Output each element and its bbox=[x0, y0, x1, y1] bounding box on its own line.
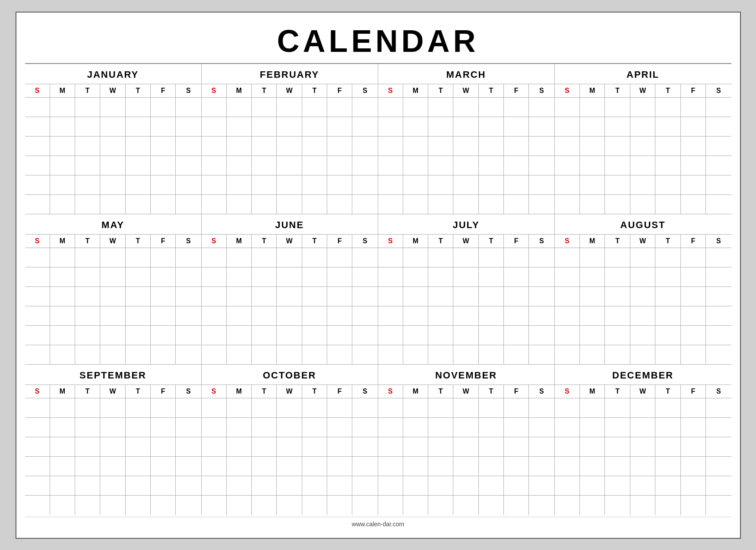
day-cell bbox=[605, 418, 630, 437]
day-header: M bbox=[227, 385, 252, 398]
day-cell bbox=[706, 248, 731, 267]
day-header: F bbox=[681, 235, 706, 248]
week-row bbox=[202, 326, 378, 345]
month-block: AUGUSTSMTWTFS bbox=[555, 214, 731, 365]
day-header: T bbox=[252, 84, 277, 97]
day-headers-row: SMTWTFS bbox=[555, 84, 731, 98]
day-cell bbox=[252, 306, 277, 325]
day-header: S bbox=[378, 84, 403, 97]
day-header: T bbox=[479, 84, 504, 97]
week-row bbox=[378, 98, 554, 117]
day-cell bbox=[479, 175, 504, 194]
week-row bbox=[25, 476, 201, 496]
day-cell bbox=[176, 137, 201, 156]
day-cell bbox=[655, 248, 680, 267]
day-header: F bbox=[504, 235, 529, 248]
day-header: W bbox=[277, 235, 302, 248]
day-header: T bbox=[75, 235, 100, 248]
day-cell bbox=[302, 345, 327, 364]
day-cell bbox=[378, 476, 403, 495]
day-header: F bbox=[327, 84, 352, 97]
day-cell bbox=[126, 195, 151, 214]
title-section: CALENDAR bbox=[25, 17, 731, 64]
day-cell bbox=[428, 345, 453, 364]
day-cell bbox=[202, 418, 227, 437]
day-cell bbox=[50, 418, 75, 437]
month-block: NOVEMBERSMTWTFS bbox=[378, 365, 555, 515]
day-cell bbox=[555, 418, 580, 437]
day-cell bbox=[706, 418, 731, 437]
day-cell bbox=[302, 267, 327, 286]
day-cell bbox=[504, 156, 529, 175]
day-cell bbox=[25, 326, 50, 345]
day-cell bbox=[479, 437, 504, 456]
day-cell bbox=[25, 156, 50, 175]
day-cell bbox=[655, 117, 680, 136]
day-cell bbox=[580, 137, 605, 156]
week-row bbox=[378, 287, 554, 306]
day-cell bbox=[504, 137, 529, 156]
day-cell bbox=[25, 267, 50, 286]
day-cell bbox=[126, 418, 151, 437]
day-cell bbox=[302, 195, 327, 214]
day-header: T bbox=[252, 385, 277, 398]
month-block: OCTOBERSMTWTFS bbox=[202, 365, 378, 515]
day-cell bbox=[706, 496, 731, 515]
month-name: SEPTEMBER bbox=[25, 365, 201, 385]
day-cell bbox=[504, 457, 529, 476]
day-cell bbox=[630, 457, 655, 476]
page-title: CALENDAR bbox=[277, 24, 479, 58]
day-cell bbox=[50, 306, 75, 325]
day-cell bbox=[50, 496, 75, 515]
day-cell bbox=[655, 287, 680, 306]
day-header: S bbox=[176, 84, 201, 97]
day-cell bbox=[555, 156, 580, 175]
day-cell bbox=[529, 137, 554, 156]
week-row bbox=[378, 326, 554, 345]
day-cell bbox=[151, 98, 176, 117]
day-cell bbox=[151, 437, 176, 456]
day-cell bbox=[403, 326, 428, 345]
day-cell bbox=[403, 345, 428, 364]
day-cell bbox=[202, 156, 227, 175]
day-cell bbox=[327, 418, 352, 437]
day-cell bbox=[75, 98, 100, 117]
day-cell bbox=[151, 287, 176, 306]
day-cell bbox=[327, 496, 352, 515]
day-header: M bbox=[580, 84, 605, 97]
day-cell bbox=[453, 398, 478, 417]
day-cell bbox=[555, 398, 580, 417]
day-cell bbox=[277, 195, 302, 214]
day-cell bbox=[227, 457, 252, 476]
day-cell bbox=[453, 496, 478, 515]
day-cell bbox=[302, 137, 327, 156]
day-cell bbox=[706, 306, 731, 325]
day-cell bbox=[605, 175, 630, 194]
day-cell bbox=[252, 326, 277, 345]
month-block: DECEMBERSMTWTFS bbox=[555, 365, 731, 515]
week-row bbox=[202, 345, 378, 364]
day-headers-row: SMTWTFS bbox=[202, 235, 378, 248]
day-cell bbox=[176, 476, 201, 495]
week-row bbox=[25, 496, 201, 515]
day-cell bbox=[277, 496, 302, 515]
day-cell bbox=[126, 398, 151, 417]
day-header: F bbox=[504, 385, 529, 398]
day-cell bbox=[378, 418, 403, 437]
day-cell bbox=[655, 345, 680, 364]
day-headers-row: SMTWTFS bbox=[25, 385, 201, 398]
day-cell bbox=[453, 137, 478, 156]
week-row bbox=[378, 195, 554, 214]
day-cell bbox=[681, 476, 706, 495]
week-row bbox=[378, 345, 554, 364]
day-cell bbox=[352, 326, 377, 345]
day-cell bbox=[630, 195, 655, 214]
day-cell bbox=[605, 457, 630, 476]
day-cell bbox=[403, 267, 428, 286]
day-cell bbox=[630, 476, 655, 495]
day-cell bbox=[555, 195, 580, 214]
day-cell bbox=[555, 476, 580, 495]
day-cell bbox=[580, 156, 605, 175]
day-cell bbox=[529, 496, 554, 515]
month-block: MAYSMTWTFS bbox=[25, 214, 202, 365]
